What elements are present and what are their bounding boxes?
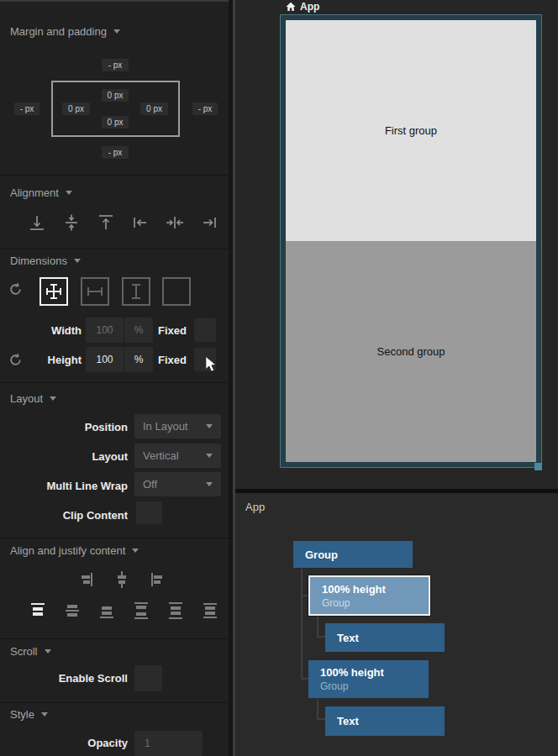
tree-node-group-selected[interactable]: 100% height Group <box>308 575 430 616</box>
width-fixed-checkbox[interactable] <box>194 318 216 342</box>
section-align-justify-header[interactable]: Align and justify content <box>10 544 139 557</box>
section-alignment-header[interactable]: Alignment <box>10 186 72 199</box>
layout-dropdown[interactable]: Vertical <box>134 444 221 468</box>
section-divider <box>0 249 229 249</box>
margin-left-field[interactable]: - px <box>14 102 39 115</box>
justify-start-icon[interactable] <box>148 570 166 589</box>
first-group-label: First group <box>385 124 437 137</box>
tree-line <box>317 617 318 638</box>
tree-node-group2[interactable]: 100% height Group <box>308 660 429 698</box>
tree-line <box>301 569 303 680</box>
tree-node-text[interactable]: Text <box>325 623 445 652</box>
justify-end-icon[interactable] <box>77 570 96 589</box>
chevron-down-icon <box>206 424 213 428</box>
section-divider <box>0 175 229 176</box>
frame-resize-handle[interactable] <box>534 463 542 470</box>
multi-line-wrap-value: Off <box>143 478 157 491</box>
tree-node-label: Text <box>337 715 445 727</box>
chevron-down-icon <box>41 712 48 717</box>
section-margin-padding-title: Margin and padding <box>10 25 107 38</box>
content-space-evenly-icon[interactable] <box>200 600 220 622</box>
align-right-icon[interactable] <box>199 212 219 234</box>
padding-right-field[interactable]: 0 px <box>140 102 168 115</box>
chevron-down-icon <box>113 29 120 34</box>
breadcrumb-app-label: App <box>300 1 319 13</box>
content-start-icon[interactable] <box>28 600 48 622</box>
justify-center-icon[interactable] <box>113 570 131 589</box>
properties-panel: Margin and padding - px - px - px - px 0… <box>0 0 229 756</box>
width-label: Width <box>0 324 82 337</box>
tree-node-label: 100% height <box>322 583 429 596</box>
tree-node-sublabel: Group <box>320 680 429 692</box>
content-space-around-icon[interactable] <box>166 600 186 622</box>
layout-label: Layout <box>0 450 128 463</box>
chevron-down-icon <box>206 454 213 458</box>
canvas-area: App First group Second group <box>235 0 558 491</box>
first-group[interactable]: First group <box>286 20 536 241</box>
multi-line-wrap-dropdown[interactable]: Off <box>134 472 221 496</box>
section-margin-padding-header[interactable]: Margin and padding <box>10 25 120 38</box>
content-center-icon[interactable] <box>62 600 82 622</box>
tree-node-label: 100% height <box>320 666 429 679</box>
app-canvas[interactable]: First group Second group <box>286 20 536 462</box>
section-dimensions-header[interactable]: Dimensions <box>10 255 81 267</box>
opacity-input[interactable]: 1 <box>134 731 203 756</box>
app-frame[interactable]: First group Second group <box>280 14 542 468</box>
chevron-down-icon <box>74 259 81 263</box>
tree-node-group[interactable]: Group <box>293 541 413 568</box>
content-end-icon[interactable] <box>97 600 117 622</box>
home-icon <box>286 2 296 12</box>
tree-node-label: Group <box>305 549 413 561</box>
height-input[interactable]: 100 <box>86 347 124 372</box>
tree-node-sublabel: Group <box>322 597 429 609</box>
align-horizontal-center-icon[interactable] <box>165 212 185 234</box>
size-mode-fill-width-button[interactable] <box>81 277 109 306</box>
section-scroll-header[interactable]: Scroll <box>10 645 51 658</box>
tree-line <box>317 636 325 638</box>
layout-value: Vertical <box>143 449 179 462</box>
align-left-icon[interactable] <box>130 212 150 234</box>
tree-node-text2[interactable]: Text <box>325 706 445 736</box>
mouse-cursor <box>204 355 218 373</box>
second-group-label: Second group <box>377 345 445 358</box>
section-alignment-title: Alignment <box>10 186 59 199</box>
chevron-down-icon <box>132 549 139 553</box>
second-group[interactable]: Second group <box>286 241 536 462</box>
margin-right-field[interactable]: - px <box>192 102 218 115</box>
size-mode-fill-both-button[interactable] <box>39 277 68 306</box>
opacity-label: Opacity <box>0 737 128 749</box>
chevron-down-icon <box>45 649 51 654</box>
align-top-icon[interactable] <box>96 212 116 234</box>
width-fixed-label: Fixed <box>131 324 187 337</box>
position-dropdown[interactable]: In Layout <box>134 414 221 438</box>
size-mode-fill-height-button[interactable] <box>122 277 150 306</box>
padding-bottom-field[interactable]: 0 px <box>102 116 129 129</box>
breadcrumb[interactable]: App <box>286 1 319 13</box>
padding-left-field[interactable]: 0 px <box>62 102 90 115</box>
enable-scroll-checkbox[interactable] <box>134 665 162 691</box>
hierarchy-panel: App Group 100% height Group Text 100% he… <box>235 493 558 756</box>
section-divider <box>0 382 229 383</box>
position-label: Position <box>0 421 128 433</box>
section-layout-header[interactable]: Layout <box>10 392 56 405</box>
chevron-down-icon <box>206 482 213 486</box>
reset-size-mode-icon[interactable] <box>8 282 23 297</box>
section-divider <box>0 538 229 538</box>
tree-line <box>301 678 308 680</box>
tree-line <box>317 699 318 720</box>
margin-top-field[interactable]: - px <box>102 59 129 71</box>
size-mode-fixed-button[interactable] <box>162 277 191 306</box>
section-scroll-title: Scroll <box>10 645 38 658</box>
section-style-title: Style <box>10 708 34 721</box>
content-space-between-icon[interactable] <box>131 600 151 622</box>
clip-content-checkbox[interactable] <box>136 501 162 524</box>
margin-bottom-field[interactable]: - px <box>102 146 129 159</box>
width-input[interactable]: 100 <box>86 318 124 343</box>
align-vertical-center-icon[interactable] <box>61 212 82 234</box>
align-bottom-icon[interactable] <box>27 212 47 234</box>
chevron-down-icon <box>66 191 72 195</box>
tree-line <box>317 718 325 720</box>
section-style-header[interactable]: Style <box>10 708 48 721</box>
padding-top-field[interactable]: 0 px <box>102 89 129 102</box>
height-fixed-label: Fixed <box>131 354 187 366</box>
